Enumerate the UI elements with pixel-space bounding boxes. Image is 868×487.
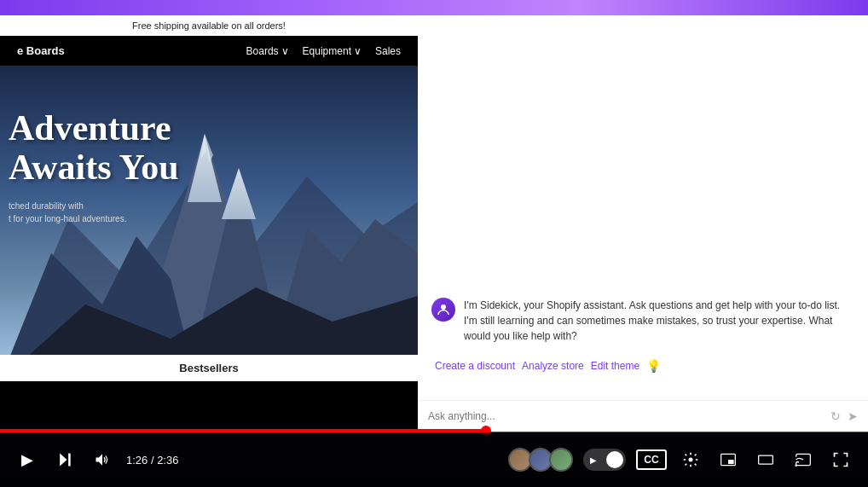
edit-theme-button[interactable]: Edit theme <box>591 357 639 374</box>
time-display: 1:26 / 2:36 <box>126 454 178 467</box>
create-discount-button[interactable]: Create a discount <box>435 357 515 374</box>
refresh-button[interactable]: ↻ <box>830 409 841 423</box>
toggle-play-icon: ▶ <box>590 455 597 465</box>
fullscreen-button[interactable] <box>827 446 854 473</box>
miniplayer-icon <box>720 451 737 468</box>
volume-button[interactable] <box>89 446 116 473</box>
hero-text: Adventure Awaits You tched durability wi… <box>9 108 179 225</box>
play-button[interactable]: ▶ <box>14 446 41 473</box>
sidekick-message-text: I'm Sidekick, your Shopify assistant. As… <box>464 298 854 344</box>
sidekick-actions: Create a discount Analyze store Edit the… <box>431 357 854 374</box>
nav-links: Boards ∨ Equipment ∨ Sales <box>246 45 401 57</box>
svg-rect-13 <box>68 454 71 467</box>
play-icon: ▶ <box>21 450 33 469</box>
site-logo: e Boards <box>17 44 65 57</box>
svg-rect-17 <box>728 460 734 464</box>
bestsellers-bar: Bestsellers <box>0 355 418 381</box>
sidekick-chat-area: I'm Sidekick, your Shopify assistant. As… <box>418 284 868 400</box>
svg-rect-18 <box>759 455 773 464</box>
sidekick-input[interactable] <box>428 410 824 422</box>
website-screenshot: Free shipping available on all orders! e… <box>0 15 418 432</box>
hero-section: Adventure Awaits You tched durability wi… <box>0 66 418 381</box>
hero-subtitle: tched durability with t for your long-ha… <box>9 200 179 225</box>
miniplayer-button[interactable] <box>715 446 742 473</box>
svg-point-15 <box>689 458 693 462</box>
skip-icon <box>56 451 73 468</box>
svg-marker-14 <box>96 454 103 465</box>
site-nav: e Boards Boards ∨ Equipment ∨ Sales <box>0 36 418 66</box>
avatar-3 <box>549 448 573 472</box>
skip-button[interactable] <box>51 446 78 473</box>
hero-title: Adventure Awaits You <box>9 108 179 187</box>
video-container: Free shipping available on all orders! e… <box>0 15 868 487</box>
settings-button[interactable] <box>677 446 704 473</box>
theater-button[interactable] <box>752 446 779 473</box>
settings-icon <box>682 451 699 468</box>
top-gradient-bar <box>0 0 868 15</box>
svg-point-19 <box>795 464 797 467</box>
volume-icon <box>94 451 111 468</box>
sidekick-avatar <box>431 298 455 322</box>
theater-icon <box>757 451 774 468</box>
video-controls-bar: ▶ 1:26 / 2:36 ▶ <box>0 432 868 487</box>
avatar-row <box>508 448 573 472</box>
more-actions-button[interactable]: 💡 <box>646 359 661 373</box>
shipping-banner: Free shipping available on all orders! <box>0 15 418 36</box>
svg-point-11 <box>441 304 446 310</box>
svg-marker-12 <box>60 454 67 467</box>
analyze-store-button[interactable]: Analyze store <box>522 357 584 374</box>
fullscreen-icon <box>832 451 849 468</box>
nav-equipment: Equipment ∨ <box>303 45 362 57</box>
cc-icon: CC <box>644 454 658 466</box>
cast-icon <box>795 451 812 468</box>
nav-sales: Sales <box>375 45 401 57</box>
cc-button[interactable]: CC <box>636 449 667 470</box>
send-button[interactable]: ➤ <box>848 409 858 423</box>
sidekick-panel: I'm Sidekick, your Shopify assistant. As… <box>418 15 868 432</box>
nav-boards: Boards ∨ <box>246 45 289 57</box>
toggle-knob <box>606 451 623 468</box>
sidekick-message: I'm Sidekick, your Shopify assistant. As… <box>431 298 854 344</box>
cast-button[interactable] <box>790 446 817 473</box>
autoplay-toggle[interactable]: ▶ <box>583 449 626 471</box>
sidekick-top-space <box>418 15 868 284</box>
